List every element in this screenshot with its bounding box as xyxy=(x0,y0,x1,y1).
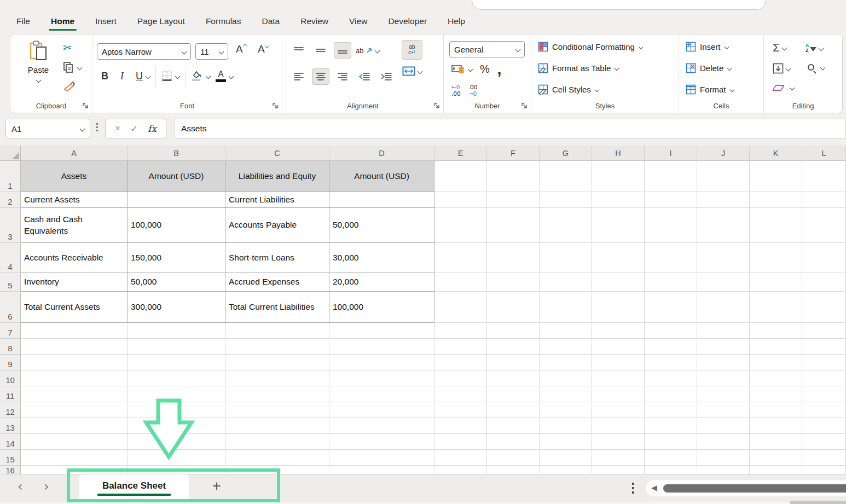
cell-C2[interactable]: Current Liabilities xyxy=(225,192,329,208)
chevron-down-icon[interactable] xyxy=(418,68,423,74)
cell-D4[interactable]: 30,000 xyxy=(329,243,434,273)
cell-E13[interactable] xyxy=(434,418,487,434)
row-header-6[interactable]: 6 xyxy=(0,292,21,323)
column-header-G[interactable]: G xyxy=(540,146,592,161)
cell-D13[interactable] xyxy=(329,418,434,434)
column-header-A[interactable]: A xyxy=(21,146,128,161)
cell-L9[interactable] xyxy=(802,355,846,370)
cell-C3[interactable]: Accounts Payable xyxy=(225,208,329,243)
cell-J10[interactable] xyxy=(697,370,750,386)
column-header-F[interactable]: F xyxy=(487,146,540,161)
formula-bar-handle[interactable] xyxy=(96,123,98,131)
cell-G4[interactable] xyxy=(540,243,592,273)
cell-B7[interactable] xyxy=(128,323,225,339)
cell-J1[interactable] xyxy=(697,161,750,192)
cell-G3[interactable] xyxy=(540,208,592,243)
bottom-align-button[interactable] xyxy=(334,42,351,59)
cell-K3[interactable] xyxy=(750,208,802,243)
ribbon-tab-home[interactable]: Home xyxy=(50,14,76,28)
cell-E11[interactable] xyxy=(434,386,487,402)
chevron-down-icon[interactable] xyxy=(790,85,795,91)
cell-L8[interactable] xyxy=(802,339,846,355)
ribbon-tab-page-layout[interactable]: Page Layout xyxy=(136,14,186,28)
cell-G16[interactable] xyxy=(540,466,592,474)
cell-G1[interactable] xyxy=(540,161,592,192)
cell-J4[interactable] xyxy=(697,243,750,273)
cell-E6[interactable] xyxy=(434,292,487,323)
cell-E1[interactable] xyxy=(434,161,487,192)
cell-E2[interactable] xyxy=(434,192,487,208)
comma-button[interactable]: , xyxy=(497,67,502,72)
decrease-indent-button[interactable] xyxy=(356,68,373,85)
chevron-down-icon[interactable] xyxy=(229,73,234,79)
cell-I4[interactable] xyxy=(645,243,697,273)
cell-A10[interactable] xyxy=(21,370,128,386)
fill-color-button[interactable] xyxy=(191,71,210,82)
align-right-button[interactable] xyxy=(334,68,351,85)
row-header-16[interactable]: 16 xyxy=(0,466,21,474)
cut-icon[interactable]: ✂ xyxy=(63,41,72,54)
number-format-select[interactable]: General xyxy=(449,41,525,57)
cell-K11[interactable] xyxy=(750,386,802,402)
cell-G2[interactable] xyxy=(540,192,592,208)
font-size-select[interactable]: 11 xyxy=(195,43,228,60)
cell-L5[interactable] xyxy=(802,273,846,292)
cell-J11[interactable] xyxy=(697,386,750,402)
cell-G5[interactable] xyxy=(540,273,592,292)
chevron-down-icon[interactable] xyxy=(729,87,734,91)
cell-I16[interactable] xyxy=(645,466,697,474)
top-align-button[interactable] xyxy=(290,42,308,59)
font-name-select[interactable]: Aptos Narrow xyxy=(97,43,191,60)
cell-J8[interactable] xyxy=(697,339,750,355)
bold-button[interactable]: B xyxy=(98,69,112,83)
cell-D14[interactable] xyxy=(329,434,434,450)
cell-F15[interactable] xyxy=(487,450,540,466)
cell-F10[interactable] xyxy=(487,370,540,386)
cell-J15[interactable] xyxy=(697,450,750,466)
cell-E12[interactable] xyxy=(434,402,487,418)
ribbon-tab-help[interactable]: Help xyxy=(447,14,466,28)
chevron-down-icon[interactable] xyxy=(80,126,85,131)
row-header-3[interactable]: 3 xyxy=(0,208,21,243)
cell-C1[interactable]: Liabilities and Equity xyxy=(225,161,329,192)
cell-F7[interactable] xyxy=(487,323,540,339)
cell-H14[interactable] xyxy=(592,434,645,450)
align-left-button[interactable] xyxy=(290,68,308,85)
cell-F12[interactable] xyxy=(487,402,540,418)
cell-C9[interactable] xyxy=(225,355,329,370)
cell-D8[interactable] xyxy=(329,339,434,355)
cell-I14[interactable] xyxy=(645,434,697,450)
cell-A3[interactable]: Cash and Cash Equivalents xyxy=(21,208,128,243)
cell-L2[interactable] xyxy=(802,192,846,208)
cell-K13[interactable] xyxy=(750,418,802,434)
cell-styles-button[interactable]: Cell Styles xyxy=(538,84,599,95)
cell-H10[interactable] xyxy=(592,370,645,386)
ribbon-tab-view[interactable]: View xyxy=(348,14,368,28)
cell-I10[interactable] xyxy=(645,370,697,386)
cell-G13[interactable] xyxy=(540,418,592,434)
cell-H9[interactable] xyxy=(592,355,645,370)
chevron-down-icon[interactable] xyxy=(782,45,787,50)
cell-H4[interactable] xyxy=(592,243,645,273)
cell-I1[interactable] xyxy=(645,161,697,192)
cell-E5[interactable] xyxy=(434,273,487,292)
cell-B3[interactable]: 100,000 xyxy=(128,208,225,243)
cell-H12[interactable] xyxy=(592,402,645,418)
column-header-C[interactable]: C xyxy=(225,146,329,161)
cell-L10[interactable] xyxy=(802,370,846,386)
cell-G9[interactable] xyxy=(540,355,592,370)
ribbon-tab-file[interactable]: File xyxy=(15,14,31,28)
row-header-10[interactable]: 10 xyxy=(0,370,21,386)
cell-G10[interactable] xyxy=(540,370,592,386)
cell-F16[interactable] xyxy=(487,466,540,474)
cell-H6[interactable] xyxy=(592,292,645,323)
cell-D11[interactable] xyxy=(329,386,434,402)
cell-A6[interactable]: Total Current Assets xyxy=(21,292,128,323)
cell-G14[interactable] xyxy=(540,434,592,450)
cell-L11[interactable] xyxy=(802,386,846,402)
cell-I5[interactable] xyxy=(645,273,697,292)
cell-G6[interactable] xyxy=(540,292,592,323)
column-header-L[interactable]: L xyxy=(802,146,846,161)
cell-J6[interactable] xyxy=(697,292,750,323)
chevron-down-icon[interactable] xyxy=(820,65,826,70)
